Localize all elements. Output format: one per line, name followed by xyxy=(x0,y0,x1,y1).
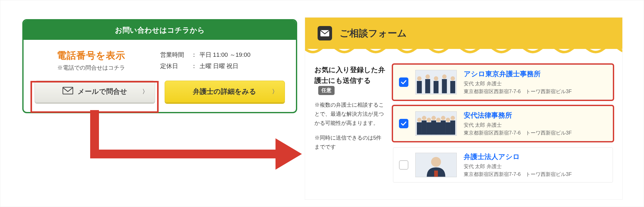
svg-point-9 xyxy=(442,74,447,79)
svg-rect-17 xyxy=(422,120,427,135)
lawyer-checkbox[interactable] xyxy=(399,119,408,128)
svg-point-7 xyxy=(434,76,438,81)
lawyer-card[interactable]: 安代法律事務所安代 太郎 弁護士東京都新宿区西新宿7-7-6 トーワ西新宿ビル3… xyxy=(393,106,613,141)
lawyer-info: アシロ東京弁護士事務所安代 太郎 弁護士東京都新宿区西新宿7-7-6 トーワ西新… xyxy=(464,69,607,95)
contact-card-header: お問い合わせはコチラから xyxy=(24,20,296,40)
show-phone-title: 電話番号を表示 xyxy=(35,49,148,62)
svg-rect-32 xyxy=(434,171,438,177)
holiday-value: 土曜 日曜 祝日 xyxy=(199,63,239,69)
svg-rect-4 xyxy=(417,81,422,93)
lawyer-info: 安代法律事務所安代 太郎 弁護士東京都新宿区西新宿7-7-6 トーワ西新宿ビル3… xyxy=(464,111,607,136)
mail-inquiry-button[interactable]: メールで問合せ 〉 xyxy=(35,81,155,103)
svg-rect-21 xyxy=(431,120,436,135)
send-favorites-title: お気に入り登録した弁護士にも送信する xyxy=(314,66,385,84)
svg-rect-19 xyxy=(426,122,431,135)
svg-point-31 xyxy=(431,157,441,167)
consult-form-title: ご相談フォーム xyxy=(340,27,407,40)
svg-point-11 xyxy=(450,76,455,81)
svg-rect-8 xyxy=(434,81,439,93)
svg-point-24 xyxy=(441,116,445,120)
svg-point-28 xyxy=(450,116,455,120)
svg-rect-23 xyxy=(436,122,441,135)
svg-rect-29 xyxy=(450,120,455,135)
wave-divider-icon xyxy=(305,48,622,55)
optional-badge: 任意 xyxy=(318,86,335,95)
chevron-right-icon: 〉 xyxy=(272,88,278,95)
lawyer-sub: 安代 太郎 弁護士 xyxy=(464,163,607,170)
envelope-icon xyxy=(63,87,73,96)
lawyer-name: 安代法律事務所 xyxy=(464,111,607,120)
envelope-icon xyxy=(318,26,332,40)
lawyer-thumbnail xyxy=(415,153,457,177)
form-note-2: ※同時に送信できるのは5件までです xyxy=(314,134,387,152)
svg-rect-25 xyxy=(441,120,446,135)
svg-point-14 xyxy=(417,118,422,122)
svg-point-20 xyxy=(432,116,436,120)
svg-rect-12 xyxy=(450,81,455,93)
lawyer-sub: 安代 太郎 弁護士 xyxy=(464,81,607,87)
svg-rect-6 xyxy=(425,79,430,93)
lawyer-checkbox[interactable] xyxy=(399,77,408,87)
lawyer-detail-label: 弁護士の詳細をみる xyxy=(193,87,256,96)
lawyer-addr: 東京都新宿区西新宿7-7-6 トーワ西新宿ビル3F xyxy=(464,88,607,95)
hours-colon: ： xyxy=(190,49,198,61)
chevron-right-icon: 〉 xyxy=(142,88,148,95)
contact-card: お問い合わせはコチラから 電話番号を表示 ※電話での問合せはコチラ 営業時間 ：… xyxy=(22,19,297,113)
svg-rect-10 xyxy=(442,79,447,93)
mail-inquiry-label: メールで問合せ xyxy=(78,87,127,96)
lawyer-sub: 安代 太郎 弁護士 xyxy=(464,122,607,129)
svg-rect-15 xyxy=(417,122,422,135)
lawyer-addr: 東京都新宿区西新宿7-7-6 トーワ西新宿ビル3F xyxy=(464,130,607,136)
svg-rect-0 xyxy=(63,87,73,94)
lawyer-name: アシロ東京弁護士事務所 xyxy=(464,69,607,79)
form-left-column: お気に入り登録した弁護士にも送信する 任意 ※複数の弁護士に相談することで、最適… xyxy=(314,65,393,189)
lawyer-thumbnail xyxy=(415,70,457,94)
form-note-1: ※複数の弁護士に相談することで、最適な解決方法が見つかる可能性が高まります。 xyxy=(314,101,387,128)
flow-arrow-icon xyxy=(88,110,302,170)
lawyer-detail-button[interactable]: 弁護士の詳細をみる 〉 xyxy=(165,81,285,103)
holiday-colon: ： xyxy=(190,61,198,72)
lawyer-list: アシロ東京弁護士事務所安代 太郎 弁護士東京都新宿区西新宿7-7-6 トーワ西新… xyxy=(393,65,613,189)
lawyer-thumbnail xyxy=(415,111,457,136)
show-phone-sub: ※電話での問合せはコチラ xyxy=(35,64,148,72)
svg-point-3 xyxy=(417,76,422,81)
lawyer-addr: 東京都新宿区西新宿7-7-6 トーワ西新宿ビル3F xyxy=(464,171,607,178)
consult-form-panel: ご相談フォーム お気に入り登録した弁護士にも送信する 任意 ※複数の弁護士に相談… xyxy=(305,18,622,199)
hours-label: 営業時間 xyxy=(160,49,188,61)
svg-rect-27 xyxy=(445,122,450,135)
lawyer-card[interactable]: 弁護士法人アシロ安代 太郎 弁護士東京都新宿区西新宿7-7-6 トーワ西新宿ビル… xyxy=(393,147,613,183)
svg-point-22 xyxy=(436,118,441,122)
svg-point-16 xyxy=(422,116,426,120)
lawyer-checkbox[interactable] xyxy=(399,160,408,170)
consult-form-header: ご相談フォーム xyxy=(305,18,622,49)
svg-point-26 xyxy=(446,118,450,122)
business-info: 営業時間 ： 平日 11:00 ～19:00 定休日 ： 土曜 日曜 祝日 xyxy=(160,49,250,72)
svg-point-5 xyxy=(426,74,430,79)
lawyer-name: 弁護士法人アシロ xyxy=(464,152,607,162)
lawyer-info: 弁護士法人アシロ安代 太郎 弁護士東京都新宿区西新宿7-7-6 トーワ西新宿ビル… xyxy=(464,152,607,178)
lawyer-card[interactable]: アシロ東京弁護士事務所安代 太郎 弁護士東京都新宿区西新宿7-7-6 トーワ西新… xyxy=(393,65,613,100)
holiday-label: 定休日 xyxy=(160,61,188,72)
hours-value: 平日 11:00 ～19:00 xyxy=(199,51,251,58)
svg-point-18 xyxy=(427,118,431,122)
show-phone-block[interactable]: 電話番号を表示 ※電話での問合せはコチラ xyxy=(35,49,148,72)
